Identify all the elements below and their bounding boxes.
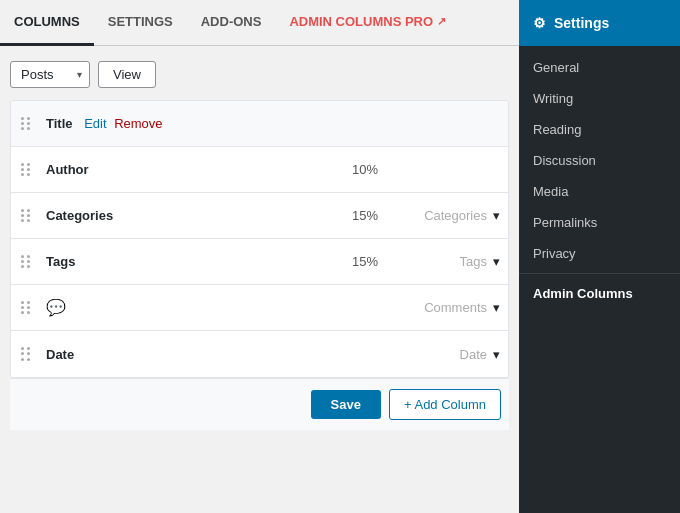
- col-tags-name: Tags: [41, 254, 342, 269]
- title-label: Title: [46, 116, 73, 131]
- comment-icon: 💬: [46, 299, 66, 316]
- tab-settings[interactable]: SETTINGS: [94, 0, 187, 46]
- table-row: Author 10%: [11, 147, 508, 193]
- external-link-icon: ↗: [437, 15, 446, 28]
- date-dropdown-button[interactable]: ▾: [493, 347, 500, 362]
- sidebar-item-admin-columns[interactable]: Admin Columns: [519, 278, 680, 309]
- drag-dots-icon: [21, 117, 31, 131]
- col-comments-name: 💬: [41, 298, 348, 317]
- settings-icon: ⚙: [533, 15, 546, 31]
- sidebar-item-discussion[interactable]: Discussion: [519, 145, 680, 176]
- drag-handle[interactable]: [11, 117, 41, 131]
- sidebar-divider: [519, 273, 680, 274]
- tags-dropdown-button[interactable]: ▾: [493, 254, 500, 269]
- add-column-button[interactable]: + Add Column: [389, 389, 501, 420]
- table-row: Title Edit Remove: [11, 101, 508, 147]
- col-date-name: Date: [41, 347, 348, 362]
- col-comments-type: Comments ▾: [388, 300, 508, 315]
- save-button[interactable]: Save: [311, 390, 381, 419]
- col-author-width: 10%: [342, 162, 388, 177]
- settings-menu: General Writing Reading Discussion Media…: [519, 46, 680, 315]
- drag-handle[interactable]: [11, 301, 41, 315]
- footer-bar: Save + Add Column: [10, 378, 509, 430]
- drag-dots-icon: [21, 301, 31, 315]
- sidebar-item-reading[interactable]: Reading: [519, 114, 680, 145]
- col-categories-type: Categories ▾: [388, 208, 508, 223]
- categories-dropdown-button[interactable]: ▾: [493, 208, 500, 223]
- col-date-type: Date ▾: [388, 347, 508, 362]
- toolbar: Posts Pages Media ▾ View: [10, 61, 509, 88]
- tab-addons[interactable]: ADD-ONS: [187, 0, 276, 46]
- table-row: Date Date ▾: [11, 331, 508, 377]
- drag-handle[interactable]: [11, 347, 41, 361]
- table-row: 💬 Comments ▾: [11, 285, 508, 331]
- settings-title: Settings: [554, 15, 609, 31]
- drag-dots-icon: [21, 255, 31, 269]
- col-categories-width: 15%: [342, 208, 388, 223]
- post-type-select[interactable]: Posts Pages Media: [10, 61, 90, 88]
- table-row: Categories 15% Categories ▾: [11, 193, 508, 239]
- col-title-name: Title Edit Remove: [41, 116, 348, 131]
- settings-sidebar: ⚙ Settings General Writing Reading Discu…: [519, 0, 680, 513]
- sidebar-item-media[interactable]: Media: [519, 176, 680, 207]
- content-body: Posts Pages Media ▾ View Title Edit: [0, 46, 519, 440]
- sidebar-item-general[interactable]: General: [519, 52, 680, 83]
- table-row: Tags 15% Tags ▾: [11, 239, 508, 285]
- col-tags-type: Tags ▾: [388, 254, 508, 269]
- sidebar-item-writing[interactable]: Writing: [519, 83, 680, 114]
- columns-table: Title Edit Remove Author 10%: [10, 100, 509, 378]
- tab-columns[interactable]: COLUMNS: [0, 0, 94, 46]
- col-author-name: Author: [41, 162, 342, 177]
- col-tags-width: 15%: [342, 254, 388, 269]
- comments-dropdown-button[interactable]: ▾: [493, 300, 500, 315]
- edit-link[interactable]: Edit: [84, 116, 106, 131]
- drag-handle[interactable]: [11, 255, 41, 269]
- top-nav: COLUMNS SETTINGS ADD-ONS ADMIN COLUMNS P…: [0, 0, 519, 46]
- view-button[interactable]: View: [98, 61, 156, 88]
- col-categories-name: Categories: [41, 208, 342, 223]
- drag-dots-icon: [21, 163, 31, 177]
- remove-link[interactable]: Remove: [114, 116, 162, 131]
- sidebar-item-privacy[interactable]: Privacy: [519, 238, 680, 269]
- main-content: COLUMNS SETTINGS ADD-ONS ADMIN COLUMNS P…: [0, 0, 519, 513]
- drag-handle[interactable]: [11, 163, 41, 177]
- sidebar-item-permalinks[interactable]: Permalinks: [519, 207, 680, 238]
- tab-pro[interactable]: ADMIN COLUMNS PRO ↗: [275, 0, 460, 46]
- drag-dots-icon: [21, 347, 31, 361]
- settings-header: ⚙ Settings: [519, 0, 680, 46]
- drag-handle[interactable]: [11, 209, 41, 223]
- post-type-select-wrapper: Posts Pages Media ▾: [10, 61, 90, 88]
- drag-dots-icon: [21, 209, 31, 223]
